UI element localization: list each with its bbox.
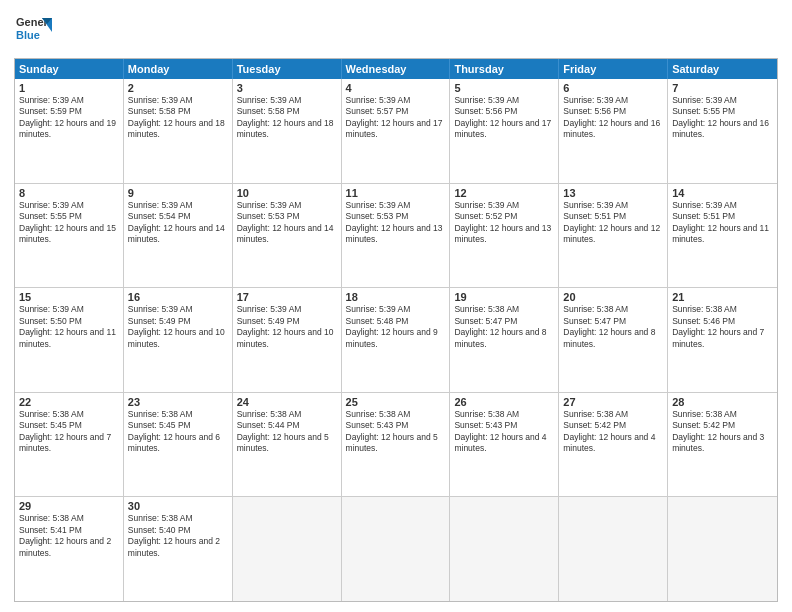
sunset-text: Sunset: 5:47 PM (454, 316, 554, 327)
sunrise-text: Sunrise: 5:39 AM (19, 304, 119, 315)
sunset-text: Sunset: 5:43 PM (346, 420, 446, 431)
calendar-cell-30: 30Sunrise: 5:38 AMSunset: 5:40 PMDayligh… (124, 497, 233, 601)
calendar-cell-26: 26Sunrise: 5:38 AMSunset: 5:43 PMDayligh… (450, 393, 559, 497)
day-number: 22 (19, 396, 119, 408)
calendar-cell-19: 19Sunrise: 5:38 AMSunset: 5:47 PMDayligh… (450, 288, 559, 392)
calendar-cell-1: 1Sunrise: 5:39 AMSunset: 5:59 PMDaylight… (15, 79, 124, 183)
sunrise-text: Sunrise: 5:38 AM (563, 304, 663, 315)
daylight-text: Daylight: 12 hours and 11 minutes. (672, 223, 773, 246)
sunrise-text: Sunrise: 5:38 AM (672, 304, 773, 315)
header-day-saturday: Saturday (668, 59, 777, 79)
daylight-text: Daylight: 12 hours and 7 minutes. (19, 432, 119, 455)
calendar-cell-2: 2Sunrise: 5:39 AMSunset: 5:58 PMDaylight… (124, 79, 233, 183)
day-number: 28 (672, 396, 773, 408)
sunset-text: Sunset: 5:43 PM (454, 420, 554, 431)
sunset-text: Sunset: 5:50 PM (19, 316, 119, 327)
calendar-cell-18: 18Sunrise: 5:39 AMSunset: 5:48 PMDayligh… (342, 288, 451, 392)
calendar-cell-28: 28Sunrise: 5:38 AMSunset: 5:42 PMDayligh… (668, 393, 777, 497)
daylight-text: Daylight: 12 hours and 19 minutes. (19, 118, 119, 141)
daylight-text: Daylight: 12 hours and 4 minutes. (563, 432, 663, 455)
logo-icon: General Blue (14, 10, 52, 48)
sunset-text: Sunset: 5:46 PM (672, 316, 773, 327)
sunset-text: Sunset: 5:42 PM (563, 420, 663, 431)
day-number: 27 (563, 396, 663, 408)
calendar-body: 1Sunrise: 5:39 AMSunset: 5:59 PMDaylight… (15, 79, 777, 601)
calendar-row-4: 22Sunrise: 5:38 AMSunset: 5:45 PMDayligh… (15, 393, 777, 498)
day-number: 8 (19, 187, 119, 199)
sunset-text: Sunset: 5:51 PM (672, 211, 773, 222)
day-number: 16 (128, 291, 228, 303)
sunset-text: Sunset: 5:58 PM (128, 106, 228, 117)
header-day-sunday: Sunday (15, 59, 124, 79)
sunset-text: Sunset: 5:45 PM (128, 420, 228, 431)
daylight-text: Daylight: 12 hours and 10 minutes. (128, 327, 228, 350)
calendar-cell-3: 3Sunrise: 5:39 AMSunset: 5:58 PMDaylight… (233, 79, 342, 183)
calendar-row-2: 8Sunrise: 5:39 AMSunset: 5:55 PMDaylight… (15, 184, 777, 289)
sunrise-text: Sunrise: 5:38 AM (237, 409, 337, 420)
calendar-cell-7: 7Sunrise: 5:39 AMSunset: 5:55 PMDaylight… (668, 79, 777, 183)
daylight-text: Daylight: 12 hours and 14 minutes. (237, 223, 337, 246)
sunset-text: Sunset: 5:59 PM (19, 106, 119, 117)
daylight-text: Daylight: 12 hours and 13 minutes. (346, 223, 446, 246)
calendar-cell-9: 9Sunrise: 5:39 AMSunset: 5:54 PMDaylight… (124, 184, 233, 288)
day-number: 30 (128, 500, 228, 512)
calendar-cell-24: 24Sunrise: 5:38 AMSunset: 5:44 PMDayligh… (233, 393, 342, 497)
daylight-text: Daylight: 12 hours and 15 minutes. (19, 223, 119, 246)
calendar-cell-5: 5Sunrise: 5:39 AMSunset: 5:56 PMDaylight… (450, 79, 559, 183)
daylight-text: Daylight: 12 hours and 13 minutes. (454, 223, 554, 246)
day-number: 18 (346, 291, 446, 303)
calendar-cell-25: 25Sunrise: 5:38 AMSunset: 5:43 PMDayligh… (342, 393, 451, 497)
day-number: 24 (237, 396, 337, 408)
day-number: 3 (237, 82, 337, 94)
daylight-text: Daylight: 12 hours and 5 minutes. (346, 432, 446, 455)
day-number: 17 (237, 291, 337, 303)
daylight-text: Daylight: 12 hours and 17 minutes. (346, 118, 446, 141)
sunset-text: Sunset: 5:55 PM (672, 106, 773, 117)
sunset-text: Sunset: 5:45 PM (19, 420, 119, 431)
sunset-text: Sunset: 5:53 PM (237, 211, 337, 222)
day-number: 7 (672, 82, 773, 94)
sunrise-text: Sunrise: 5:39 AM (454, 200, 554, 211)
sunset-text: Sunset: 5:52 PM (454, 211, 554, 222)
sunset-text: Sunset: 5:44 PM (237, 420, 337, 431)
sunset-text: Sunset: 5:47 PM (563, 316, 663, 327)
day-number: 1 (19, 82, 119, 94)
header: General Blue (14, 10, 778, 52)
header-day-thursday: Thursday (450, 59, 559, 79)
calendar-cell-6: 6Sunrise: 5:39 AMSunset: 5:56 PMDaylight… (559, 79, 668, 183)
sunset-text: Sunset: 5:42 PM (672, 420, 773, 431)
daylight-text: Daylight: 12 hours and 17 minutes. (454, 118, 554, 141)
day-number: 5 (454, 82, 554, 94)
header-day-tuesday: Tuesday (233, 59, 342, 79)
header-day-wednesday: Wednesday (342, 59, 451, 79)
calendar-cell-empty-4-5 (559, 497, 668, 601)
calendar-cell-23: 23Sunrise: 5:38 AMSunset: 5:45 PMDayligh… (124, 393, 233, 497)
sunset-text: Sunset: 5:49 PM (128, 316, 228, 327)
calendar-cell-8: 8Sunrise: 5:39 AMSunset: 5:55 PMDaylight… (15, 184, 124, 288)
day-number: 21 (672, 291, 773, 303)
sunrise-text: Sunrise: 5:39 AM (237, 304, 337, 315)
day-number: 19 (454, 291, 554, 303)
sunset-text: Sunset: 5:54 PM (128, 211, 228, 222)
day-number: 14 (672, 187, 773, 199)
sunrise-text: Sunrise: 5:39 AM (346, 95, 446, 106)
sunset-text: Sunset: 5:51 PM (563, 211, 663, 222)
sunset-text: Sunset: 5:58 PM (237, 106, 337, 117)
daylight-text: Daylight: 12 hours and 16 minutes. (563, 118, 663, 141)
calendar-cell-empty-4-4 (450, 497, 559, 601)
sunset-text: Sunset: 5:53 PM (346, 211, 446, 222)
daylight-text: Daylight: 12 hours and 8 minutes. (454, 327, 554, 350)
calendar-cell-21: 21Sunrise: 5:38 AMSunset: 5:46 PMDayligh… (668, 288, 777, 392)
calendar-cell-17: 17Sunrise: 5:39 AMSunset: 5:49 PMDayligh… (233, 288, 342, 392)
calendar-row-5: 29Sunrise: 5:38 AMSunset: 5:41 PMDayligh… (15, 497, 777, 601)
calendar-cell-22: 22Sunrise: 5:38 AMSunset: 5:45 PMDayligh… (15, 393, 124, 497)
daylight-text: Daylight: 12 hours and 5 minutes. (237, 432, 337, 455)
sunrise-text: Sunrise: 5:39 AM (672, 95, 773, 106)
calendar-cell-13: 13Sunrise: 5:39 AMSunset: 5:51 PMDayligh… (559, 184, 668, 288)
day-number: 23 (128, 396, 228, 408)
sunrise-text: Sunrise: 5:38 AM (346, 409, 446, 420)
calendar-cell-12: 12Sunrise: 5:39 AMSunset: 5:52 PMDayligh… (450, 184, 559, 288)
daylight-text: Daylight: 12 hours and 7 minutes. (672, 327, 773, 350)
calendar-row-1: 1Sunrise: 5:39 AMSunset: 5:59 PMDaylight… (15, 79, 777, 184)
sunrise-text: Sunrise: 5:39 AM (128, 200, 228, 211)
